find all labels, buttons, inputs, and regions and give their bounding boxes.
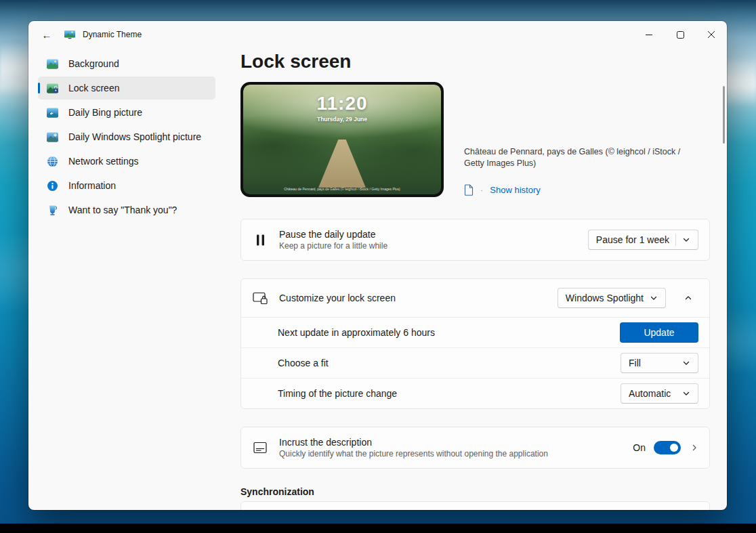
hero-right-column: Château de Pennard, pays de Galles (© le… xyxy=(464,82,701,197)
pause-duration-label: Pause for 1 week xyxy=(596,234,669,245)
titlebar: ← Dynamic Theme xyxy=(28,21,727,48)
background-icon xyxy=(46,58,59,70)
pause-duration-button[interactable]: Pause for 1 week xyxy=(588,230,698,250)
chevron-down-icon xyxy=(682,389,690,398)
customize-card: Customize your lock screen Windows Spotl… xyxy=(240,278,710,409)
incrust-card-title: Incrust the description xyxy=(279,437,548,448)
lock-screen-icon xyxy=(46,82,59,95)
image-caption: Château de Pennard, pays de Galles (© le… xyxy=(464,146,694,169)
thank-you-icon xyxy=(46,204,59,217)
sidebar-item-background[interactable]: Background xyxy=(38,52,215,75)
chevron-right-icon xyxy=(690,444,698,452)
pause-card-subtitle: Keep a picture for a little while xyxy=(279,241,387,251)
customize-lock-icon xyxy=(252,292,268,305)
back-icon: ← xyxy=(42,29,52,41)
document-icon xyxy=(464,184,474,196)
incrust-card-subtitle: Quickly identify what the picture repres… xyxy=(279,449,548,459)
chevron-down-icon xyxy=(650,294,658,302)
timing-label: Timing of the picture change xyxy=(278,388,397,399)
sidebar-item-label: Daily Bing picture xyxy=(68,107,142,118)
chevron-down-icon xyxy=(682,359,690,367)
toggle-state-label: On xyxy=(633,442,646,453)
hero-section: 11:20 Thursday, 29 June Château de Penna… xyxy=(240,82,710,197)
sidebar-item-label: Information xyxy=(68,180,116,191)
sidebar-item-information[interactable]: Information xyxy=(38,174,215,197)
pause-card-text: Pause the daily update Keep a picture fo… xyxy=(279,229,387,251)
sidebar-item-daily-bing[interactable]: Daily Bing picture xyxy=(38,101,215,124)
synchronization-header: Synchronization xyxy=(240,486,710,497)
timing-row: Timing of the picture change Automatic xyxy=(241,378,709,408)
preview-time: 11:20 xyxy=(243,93,441,114)
sidebar: Background Lock screen xyxy=(38,52,215,223)
choose-fit-label: Choose a fit xyxy=(278,358,329,368)
history-row: · Show history xyxy=(464,183,701,196)
timing-dropdown[interactable]: Automatic xyxy=(621,383,698,404)
lockscreen-preview: 11:20 Thursday, 29 June Château de Penna… xyxy=(240,82,444,197)
preview-date: Thursday, 29 June xyxy=(243,116,441,123)
landscape-path xyxy=(318,140,366,188)
fit-dropdown[interactable]: Fill xyxy=(621,353,698,373)
incrust-card-text: Incrust the description Quickly identify… xyxy=(279,437,548,459)
pause-card-row: Pause the daily update Keep a picture fo… xyxy=(241,219,709,260)
incrust-card-row: Incrust the description Quickly identify… xyxy=(241,427,709,468)
sidebar-item-label: Background xyxy=(68,58,119,69)
choose-fit-row: Choose a fit Fill xyxy=(241,347,709,378)
bing-picture-icon xyxy=(46,106,59,119)
chevron-down-icon xyxy=(682,236,690,244)
network-settings-icon xyxy=(46,155,59,168)
sidebar-item-network-settings[interactable]: Network settings xyxy=(38,150,215,173)
customize-card-header: Customize your lock screen Windows Spotl… xyxy=(241,279,709,317)
page-title: Lock screen xyxy=(240,51,710,72)
source-dropdown[interactable]: Windows Spotlight xyxy=(558,288,666,308)
minimize-button[interactable] xyxy=(633,21,665,48)
window-controls xyxy=(633,21,727,48)
update-button-label: Update xyxy=(644,327,674,338)
app-title: Dynamic Theme xyxy=(83,30,142,39)
main-content: Lock screen 11:20 Thursday, 29 June Chât… xyxy=(240,48,710,510)
spotlight-picture-icon xyxy=(46,131,59,144)
taskbar xyxy=(0,524,756,533)
sidebar-item-lock-screen[interactable]: Lock screen xyxy=(38,77,215,100)
synchronization-card-partial xyxy=(240,501,710,510)
chevron-up-icon xyxy=(684,294,692,302)
customize-card-title: Customize your lock screen xyxy=(279,293,396,303)
maximize-button[interactable] xyxy=(665,21,696,48)
pause-icon xyxy=(252,234,268,247)
pause-card: Pause the daily update Keep a picture fo… xyxy=(240,219,710,261)
incrust-description-icon xyxy=(252,442,268,454)
fit-dropdown-value: Fill xyxy=(629,358,641,368)
incrust-card: Incrust the description Quickly identify… xyxy=(240,427,710,469)
sidebar-item-daily-spotlight[interactable]: Daily Windows Spotlight picture xyxy=(38,125,215,148)
close-button[interactable] xyxy=(696,21,727,48)
back-button[interactable]: ← xyxy=(35,24,58,45)
preview-watermark: Château de Pennard, pays de Galles (© le… xyxy=(267,187,417,191)
sidebar-item-label: Lock screen xyxy=(68,83,119,93)
sidebar-item-label: Daily Windows Spotlight picture xyxy=(68,131,201,142)
incrust-detail-button[interactable] xyxy=(690,444,698,452)
timing-dropdown-value: Automatic xyxy=(629,388,671,399)
source-dropdown-value: Windows Spotlight xyxy=(566,293,644,303)
incrust-toggle[interactable] xyxy=(654,441,681,454)
show-history-link[interactable]: Show history xyxy=(490,185,540,195)
information-icon xyxy=(46,179,59,192)
pause-card-title: Pause the daily update xyxy=(279,229,387,240)
sidebar-item-label: Want to say "Thank you"? xyxy=(68,205,177,215)
next-update-label: Next update in approximately 6 hours xyxy=(278,327,435,338)
app-icon xyxy=(64,28,76,41)
app-window: ← Dynamic Theme xyxy=(28,21,727,510)
scrollbar[interactable] xyxy=(723,86,725,144)
collapse-expander-button[interactable] xyxy=(678,288,698,308)
lockscreen-preview-image: 11:20 Thursday, 29 June Château de Penna… xyxy=(243,85,441,194)
preview-clock: 11:20 Thursday, 29 June xyxy=(243,93,441,123)
update-button[interactable]: Update xyxy=(620,322,698,343)
dot-separator: · xyxy=(480,185,483,195)
sidebar-item-label: Network settings xyxy=(68,156,138,167)
sidebar-item-thank-you[interactable]: Want to say "Thank you"? xyxy=(38,198,215,221)
button-divider xyxy=(675,234,676,246)
next-update-row: Next update in approximately 6 hours Upd… xyxy=(241,317,709,347)
